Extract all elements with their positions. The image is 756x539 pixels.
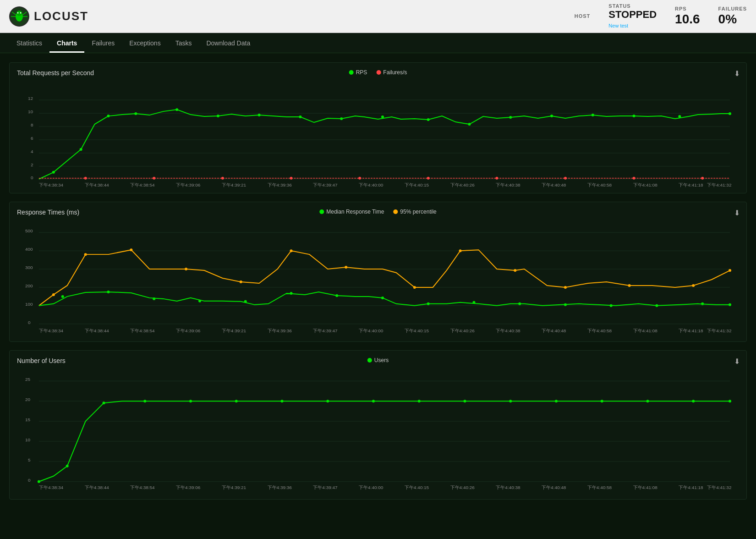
rps-legend-failures: Failures/s <box>376 69 407 76</box>
svg-text:下午4:38:54: 下午4:38:54 <box>130 182 155 187</box>
svg-text:下午4:40:00: 下午4:40:00 <box>359 182 383 187</box>
median-dot <box>472 301 475 304</box>
svg-text:10: 10 <box>28 109 33 114</box>
users-chart-legend: Users <box>367 357 389 363</box>
rps-dot <box>340 117 343 120</box>
response-legend-label-p95: 95% percentile <box>400 209 436 215</box>
rps-dot <box>592 114 594 116</box>
failure-dot <box>290 177 292 180</box>
svg-text:下午4:40:26: 下午4:40:26 <box>450 485 475 490</box>
header-stats: HOST STATUS STOPPED New test RPS 10.6 FA… <box>575 3 747 29</box>
svg-text:下午4:39:47: 下午4:39:47 <box>313 182 338 187</box>
svg-point-9 <box>20 12 22 13</box>
rps-legend-label-failures: Failures/s <box>383 69 407 76</box>
svg-text:下午4:40:38: 下午4:40:38 <box>496 328 520 333</box>
p95-dot <box>130 248 132 251</box>
svg-text:下午4:41:18: 下午4:41:18 <box>679 485 703 490</box>
nav-tasks[interactable]: Tasks <box>168 35 199 53</box>
svg-text:下午4:40:26: 下午4:40:26 <box>450 328 475 333</box>
svg-text:下午4:39:47: 下午4:39:47 <box>313 328 338 333</box>
header: LOCUST HOST STATUS STOPPED New test RPS … <box>0 0 756 33</box>
navigation: Statistics Charts Failures Exceptions Ta… <box>0 33 756 53</box>
p95-orange-line <box>39 250 730 306</box>
rps-dot <box>299 116 301 118</box>
p95-dot <box>290 249 292 252</box>
p95-dot <box>564 286 567 289</box>
svg-text:下午4:39:36: 下午4:39:36 <box>268 182 292 187</box>
users-chart-container: Number of Users Users ⬇ 0 5 10 15 20 25 <box>9 350 747 500</box>
p95-dot <box>514 269 516 272</box>
svg-text:400: 400 <box>25 247 33 252</box>
p95-dot <box>729 269 731 272</box>
response-chart-legend: Median Response Time 95% percentile <box>319 209 436 215</box>
nav-failures[interactable]: Failures <box>84 35 122 53</box>
rps-dot <box>550 115 553 117</box>
failures-stat: FAILURES 0% <box>718 6 747 27</box>
rps-dot <box>509 116 512 119</box>
median-dot <box>244 300 247 303</box>
svg-text:8: 8 <box>31 122 33 127</box>
median-dot <box>427 302 430 305</box>
users-legend-users: Users <box>367 357 389 363</box>
failures-label: FAILURES <box>718 6 747 11</box>
users-dot <box>692 400 695 402</box>
users-dot <box>235 400 238 402</box>
new-test-link[interactable]: New test <box>608 23 628 28</box>
median-dot <box>153 297 155 300</box>
app-logo-text: LOCUST <box>34 9 88 23</box>
status-value: STOPPED <box>608 9 657 21</box>
svg-text:下午4:38:34: 下午4:38:34 <box>39 328 64 333</box>
svg-text:下午4:40:38: 下午4:40:38 <box>496 485 520 490</box>
median-dot <box>518 302 521 305</box>
rps-dot <box>52 171 55 174</box>
svg-text:6: 6 <box>31 136 33 141</box>
svg-text:12: 12 <box>28 96 33 101</box>
nav-charts[interactable]: Charts <box>49 35 84 53</box>
rps-legend-label-rps: RPS <box>356 69 367 76</box>
users-dot <box>143 400 146 402</box>
median-dot <box>107 291 110 293</box>
svg-text:下午4:38:44: 下午4:38:44 <box>85 485 110 490</box>
median-dot <box>701 302 704 305</box>
p95-dot <box>240 280 242 283</box>
p95-dot <box>413 286 416 289</box>
failure-dot <box>221 177 224 180</box>
status-label: STATUS <box>608 3 657 9</box>
response-legend-dot-yellow <box>393 209 398 214</box>
response-download-button[interactable]: ⬇ <box>734 209 740 217</box>
users-dot <box>281 400 284 402</box>
nav-statistics[interactable]: Statistics <box>9 35 49 53</box>
users-dot <box>103 402 105 404</box>
nav-exceptions[interactable]: Exceptions <box>122 35 168 53</box>
p95-dot <box>52 293 55 296</box>
failure-dot <box>427 177 430 180</box>
nav-download-data[interactable]: Download Data <box>199 35 257 53</box>
svg-text:下午4:41:08: 下午4:41:08 <box>633 182 658 187</box>
svg-text:下午4:41:32: 下午4:41:32 <box>707 328 732 333</box>
rps-chart-svg: 0 2 4 6 8 10 12 <box>17 78 739 188</box>
svg-text:0: 0 <box>28 478 31 483</box>
svg-text:下午4:38:34: 下午4:38:34 <box>39 485 64 490</box>
svg-text:下午4:40:58: 下午4:40:58 <box>587 485 612 490</box>
svg-text:300: 300 <box>25 265 33 270</box>
svg-text:下午4:38:54: 下午4:38:54 <box>130 485 155 490</box>
rps-download-button[interactable]: ⬇ <box>734 69 740 78</box>
median-dot <box>335 294 338 297</box>
users-dot <box>646 400 649 402</box>
response-legend-dot-green <box>319 209 324 214</box>
svg-text:下午4:39:06: 下午4:39:06 <box>176 485 201 490</box>
failure-dot <box>495 177 498 180</box>
rps-legend-rps: RPS <box>349 69 367 76</box>
failure-dot <box>633 177 635 180</box>
users-chart-svg: 0 5 10 15 20 25 <box>17 366 739 495</box>
rps-dot <box>633 115 635 117</box>
svg-text:下午4:40:26: 下午4:40:26 <box>450 182 475 187</box>
rps-dot <box>134 112 137 115</box>
svg-text:20: 20 <box>25 397 31 402</box>
rps-dot <box>678 115 681 118</box>
median-green-line <box>39 292 730 306</box>
users-dot <box>464 400 466 402</box>
host-label: HOST <box>575 13 591 19</box>
users-download-button[interactable]: ⬇ <box>734 357 740 366</box>
failure-dot <box>153 177 155 180</box>
